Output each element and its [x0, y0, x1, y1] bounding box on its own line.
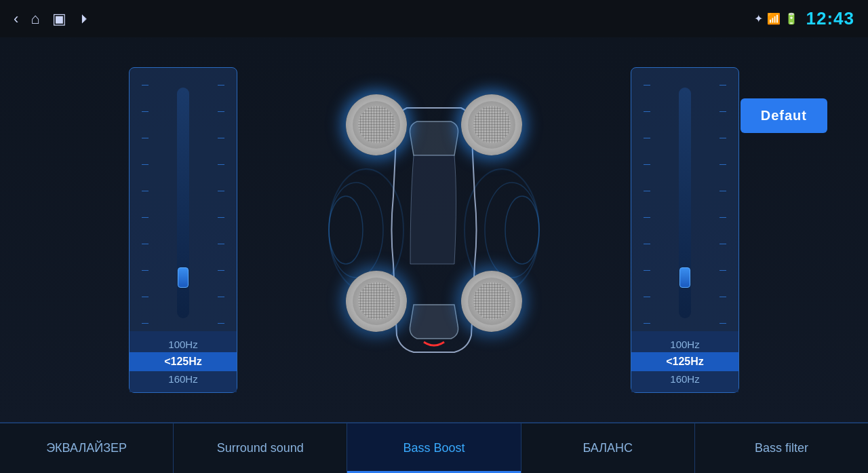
tab-balance-label: БАЛАНС — [583, 441, 633, 455]
right-freq-below: 160Hz — [631, 371, 738, 387]
right-freq-active[interactable]: <125Hz — [631, 352, 738, 371]
system-icons: ✦ 📶 🔋 — [754, 12, 798, 25]
left-slider-area[interactable] — [130, 75, 237, 331]
svg-point-4 — [485, 183, 539, 278]
left-slider-track[interactable] — [177, 88, 189, 318]
speaker-front-right[interactable] — [461, 94, 522, 155]
speaker-rear-right[interactable] — [461, 271, 522, 332]
status-indicators: ✦ 📶 🔋 12:43 — [754, 8, 855, 29]
tab-equalizer-label: ЭКВАЛАЙЗЕР — [46, 441, 127, 455]
media-icon[interactable]: ⏵ — [79, 12, 91, 26]
left-freq-labels: 100Hz <125Hz 160Hz — [130, 331, 237, 392]
tab-bassfilter[interactable]: Bass filter — [695, 423, 868, 473]
recent-apps-icon[interactable]: ▣ — [52, 10, 66, 28]
bluetooth-icon: ✦ — [754, 12, 763, 25]
tab-bar: ЭКВАЛАЙЗЕР Surround sound Bass Boost БАЛ… — [0, 422, 868, 473]
right-freq-panel: 100Hz <125Hz 160Hz — [631, 67, 739, 393]
right-slider-track[interactable] — [679, 88, 691, 318]
svg-point-5 — [505, 196, 539, 264]
car-visualization — [264, 67, 604, 393]
tab-bassboost-label: Bass Boost — [403, 441, 465, 455]
svg-point-2 — [329, 196, 363, 264]
home-icon[interactable]: ⌂ — [31, 10, 39, 28]
left-freq-active[interactable]: <125Hz — [130, 352, 237, 371]
default-button[interactable]: Defaut — [741, 98, 827, 133]
signal-icon: 📶 — [767, 12, 781, 25]
tab-equalizer[interactable]: ЭКВАЛАЙЗЕР — [0, 423, 174, 473]
back-icon[interactable]: ‹ — [14, 10, 18, 28]
left-freq-panel: 100Hz <125Hz 160Hz — [129, 67, 237, 393]
speaker-rear-left[interactable] — [346, 271, 407, 332]
right-slider-thumb[interactable] — [679, 267, 690, 288]
tab-bassboost[interactable]: Bass Boost — [347, 423, 521, 473]
right-freq-labels: 100Hz <125Hz 160Hz — [631, 331, 738, 392]
tab-bassfilter-label: Bass filter — [755, 441, 808, 455]
status-bar: ‹ ⌂ ▣ ⏵ ✦ 📶 🔋 12:43 — [0, 0, 868, 37]
main-content: 100Hz <125Hz 160Hz — [0, 37, 868, 422]
nav-controls: ‹ ⌂ ▣ ⏵ — [14, 10, 91, 28]
left-freq-above: 100Hz — [130, 337, 237, 352]
left-freq-below: 160Hz — [130, 371, 237, 387]
speaker-front-left[interactable] — [346, 94, 407, 155]
battery-icon: 🔋 — [785, 12, 798, 25]
left-slider-thumb[interactable] — [178, 267, 189, 288]
tab-surround-label: Surround sound — [217, 441, 304, 455]
tab-balance[interactable]: БАЛАНС — [521, 423, 695, 473]
right-freq-above: 100Hz — [631, 337, 738, 352]
right-slider-area[interactable] — [631, 75, 738, 331]
svg-point-1 — [329, 183, 383, 278]
car-container — [326, 74, 542, 386]
clock: 12:43 — [806, 8, 855, 29]
tab-surround[interactable]: Surround sound — [174, 423, 347, 473]
